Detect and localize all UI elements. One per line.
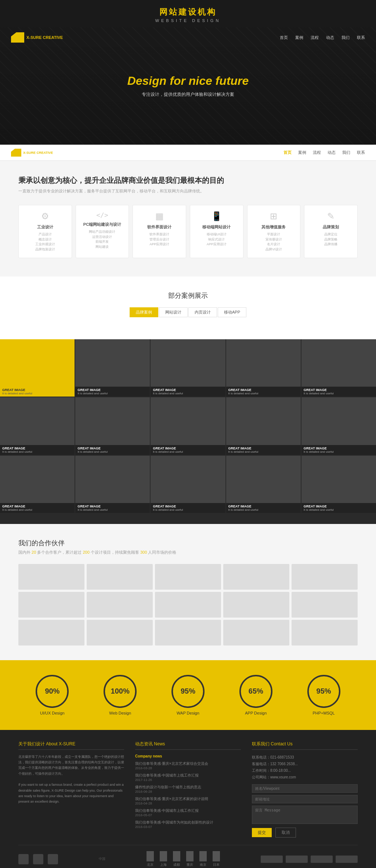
nav-link-about[interactable]: 我们 — [341, 35, 350, 40]
tab-inner[interactable]: 内页设计 — [188, 307, 217, 317]
footer-grid: 关于我们设计 About X-SURE 北京爆肝等了六十八年年龄段，成立一支专属… — [18, 741, 358, 838]
city-name-chengdu: 成都 — [173, 862, 180, 867]
portfolio-item[interactable]: GREAT IMAGE It is detailed and useful — [226, 456, 301, 513]
portfolio-label-title: GREAT IMAGE — [77, 388, 148, 392]
portfolio-item[interactable]: GREAT IMAGE It is detailed and useful — [151, 339, 225, 397]
news-text-5: 我们信奉等美感·中国城市上线工作汇报 — [135, 808, 241, 813]
portfolio-label-title: GREAT IMAGE — [304, 504, 374, 508]
form-email-input[interactable] — [252, 795, 358, 803]
city-icon-shanghai — [160, 851, 167, 861]
hero-content: Design for nice future 专注设计，提供优质的用户体验和设计… — [127, 74, 249, 98]
tab-brand[interactable]: 品牌案例 — [130, 307, 158, 317]
service-icon-5: ⊞ — [251, 211, 297, 221]
stat-circle-uiux: 90% — [36, 675, 69, 708]
portfolio-item[interactable]: GREAT IMAGE It is detailed and useful — [75, 397, 150, 455]
social-icon-1[interactable] — [18, 854, 29, 864]
news-text-4: 我们信奉等美感·重庆×北京艺术家的设计说明 — [135, 796, 241, 802]
form-reset-button[interactable]: 取消 — [275, 828, 296, 838]
portfolio-item[interactable]: GREAT IMAGE It is detailed and useful — [226, 397, 301, 455]
hero-section: Design for nice future 专注设计，提供优质的用户体验和设计… — [0, 27, 376, 145]
stat-label-php: PHP+MSQL — [307, 711, 340, 715]
second-nav-cases[interactable]: 案例 — [298, 150, 306, 155]
nav-link-process[interactable]: 流程 — [311, 35, 319, 40]
portfolio-label: GREAT IMAGE It is detailed and useful — [0, 503, 75, 513]
app-btn-app[interactable] — [336, 856, 358, 863]
footer-about-title: 关于我们设计 About X-SURE — [18, 741, 124, 750]
portfolio-item[interactable]: GREAT IMAGE It is detailed and useful — [301, 397, 376, 455]
footer-about: 关于我们设计 About X-SURE 北京爆肝等了六十八年年龄段，成立一支专属… — [18, 741, 124, 838]
portfolio-item[interactable]: GREAT IMAGE It is detailed and useful — [75, 456, 150, 513]
second-nav-home[interactable]: 首页 — [283, 150, 292, 155]
footer-social-icons — [18, 854, 58, 864]
partner-logo-4 — [223, 564, 289, 590]
portfolio-item[interactable]: GREAT IMAGE It is detailed and useful — [151, 397, 225, 455]
city-name-chongqing: 重庆 — [186, 862, 194, 867]
footer-form: 提交 取消 — [252, 784, 358, 838]
news-text-6: 我们信奉等美感·中国城市为何如此创新性的设计 — [135, 820, 241, 825]
partner-logo-15 — [292, 620, 358, 645]
portfolio-grid: GREAT IMAGE It is detailed and useful GR… — [0, 339, 376, 513]
portfolio-section: 部分案例展示 品牌案例 网站设计 内页设计 移动APP — [0, 276, 376, 339]
nav-link-cases[interactable]: 案例 — [295, 35, 303, 40]
portfolio-tabs: 品牌案例 网站设计 内页设计 移动APP — [18, 307, 358, 317]
partner-logo-3 — [155, 564, 221, 590]
app-btn-ios[interactable] — [261, 856, 283, 863]
top-header: 网站建设机构 WEBSITE DESIGN — [0, 0, 376, 27]
portfolio-label-sub: It is detailed and useful — [77, 450, 148, 453]
news-text-2: 我们信奉等美感·中国城市上线工作汇报 — [135, 773, 241, 778]
portfolio-item[interactable]: GREAT IMAGE It is detailed and useful — [226, 339, 301, 397]
service-name-6: 品牌策划 — [308, 224, 354, 230]
portfolio-item[interactable]: GREAT IMAGE It is detailed and useful — [0, 456, 75, 513]
footer-app-buttons — [261, 856, 358, 863]
tab-app[interactable]: 移动APP — [218, 307, 246, 317]
news-date-2: 2017-11-26 — [135, 778, 241, 782]
second-nav-about[interactable]: 我们 — [342, 150, 350, 155]
portfolio-label: GREAT IMAGE It is detailed and useful — [75, 387, 150, 397]
footer-location: 中国 — [99, 857, 105, 861]
portfolio-item[interactable]: GREAT IMAGE It is detailed and useful — [151, 456, 225, 513]
portfolio-label: GREAT IMAGE It is detailed and useful — [226, 503, 301, 513]
nav-link-news[interactable]: 动态 — [326, 35, 334, 40]
portfolio-label: GREAT IMAGE It is detailed and useful — [226, 445, 301, 455]
partner-logo-6 — [18, 592, 84, 618]
social-icon-3[interactable] — [48, 854, 58, 864]
partner-logo-12 — [87, 620, 153, 645]
portfolio-label-sub: It is detailed and useful — [304, 508, 374, 511]
nav-link-home[interactable]: 首页 — [280, 35, 288, 40]
portfolio-label-title: GREAT IMAGE — [77, 504, 148, 508]
portfolio-label-sub: It is detailed and useful — [2, 392, 72, 395]
portfolio-label: GREAT IMAGE It is detailed and useful — [151, 445, 225, 455]
app-btn-wechat[interactable] — [311, 856, 333, 863]
portfolio-item[interactable]: GREAT IMAGE It is detailed and useful — [301, 339, 376, 397]
stat-label-wap: WAP Design — [171, 711, 205, 715]
form-message-input[interactable] — [252, 806, 358, 824]
service-desc-5: 平面设计宣传册设计名片设计品牌VI设计 — [251, 232, 297, 252]
stat-percent-php: 95% — [317, 687, 331, 695]
second-nav-process[interactable]: 流程 — [313, 150, 321, 155]
portfolio-item[interactable]: GREAT IMAGE It is detailed and useful — [0, 339, 75, 397]
partners-title: 我们的合作伙伴 — [18, 539, 358, 547]
second-nav-news[interactable]: 动态 — [328, 150, 336, 155]
nav-link-contact[interactable]: 联系 — [357, 35, 365, 40]
stat-circle-app: 65% — [239, 675, 272, 708]
partner-logo-11 — [18, 620, 84, 645]
portfolio-item[interactable]: GREAT IMAGE It is detailed and useful — [75, 339, 150, 397]
tab-web[interactable]: 网站设计 — [159, 307, 188, 317]
city-beijing: 北京 — [147, 851, 154, 867]
portfolio-label-title: GREAT IMAGE — [228, 388, 299, 392]
form-name-input[interactable] — [252, 784, 358, 793]
contact-hours: 工作时间：8:00-18:00... — [252, 767, 358, 774]
portfolio-label-title: GREAT IMAGE — [2, 504, 72, 508]
form-submit-button[interactable]: 提交 — [252, 828, 272, 837]
service-card-5: ⊞ 其他增值服务 平面设计宣传册设计名片设计品牌VI设计 — [247, 205, 301, 258]
portfolio-label: GREAT IMAGE It is detailed and useful — [301, 503, 376, 513]
app-btn-android[interactable] — [286, 856, 308, 863]
portfolio-item[interactable]: GREAT IMAGE It is detailed and useful — [0, 397, 75, 455]
social-icon-2[interactable] — [33, 854, 43, 864]
portfolio-label-title: GREAT IMAGE — [153, 388, 223, 392]
second-logo-text: X-SURE CREATIVE — [23, 151, 53, 155]
service-name-5: 其他增值服务 — [251, 224, 297, 230]
second-nav-contact[interactable]: 联系 — [357, 150, 365, 155]
portfolio-item[interactable]: GREAT IMAGE It is detailed and useful — [301, 456, 376, 513]
portfolio-label: GREAT IMAGE It is detailed and useful — [226, 387, 301, 397]
